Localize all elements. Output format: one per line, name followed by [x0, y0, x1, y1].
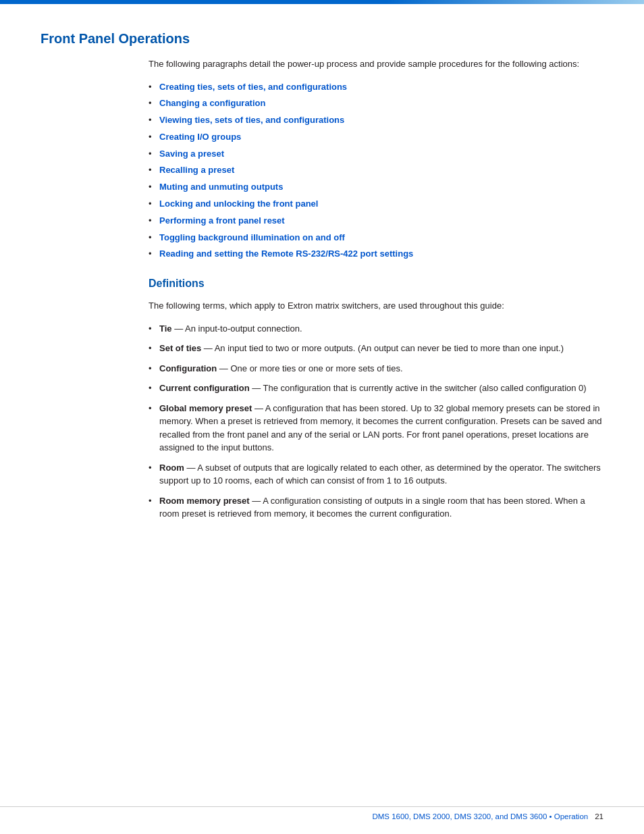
link-creating-ties[interactable]: Creating ties, sets of ties, and configu…: [159, 82, 347, 92]
def-item-set-of-ties: Set of ties — An input tied to two or mo…: [149, 342, 603, 355]
list-item[interactable]: Toggling background illumination on and …: [149, 231, 603, 245]
list-item[interactable]: Reading and setting the Remote RS-232/RS…: [149, 247, 603, 261]
link-muting[interactable]: Muting and unmuting outputs: [159, 182, 283, 192]
link-saving-preset[interactable]: Saving a preset: [159, 149, 224, 159]
link-creating-io[interactable]: Creating I/O groups: [159, 132, 241, 142]
link-changing-config[interactable]: Changing a configuration: [159, 98, 265, 108]
link-viewing-ties[interactable]: Viewing ties, sets of ties, and configur…: [159, 115, 344, 125]
bullet-link-list: Creating ties, sets of ties, and configu…: [149, 80, 603, 262]
def-item-room: Room — A subset of outputs that are logi…: [149, 461, 603, 488]
def-term-global-preset: Global memory preset: [159, 403, 252, 413]
def-term-set-of-ties: Set of ties: [159, 343, 201, 353]
link-reading-setting[interactable]: Reading and setting the Remote RS-232/RS…: [159, 249, 413, 259]
definitions-intro: The following terms, which apply to Extr…: [149, 299, 603, 313]
def-item-global-preset: Global memory preset — A configuration t…: [149, 402, 603, 454]
list-item[interactable]: Locking and unlocking the front panel: [149, 197, 603, 211]
def-item-room-preset: Room memory preset — A configuration con…: [149, 494, 603, 521]
def-text-tie: — An input-to-output connection.: [172, 323, 302, 334]
list-item[interactable]: Changing a configuration: [149, 97, 603, 111]
def-term-configuration: Configuration: [159, 363, 217, 373]
list-item[interactable]: Recalling a preset: [149, 163, 603, 178]
def-term-current-config: Current configuration: [159, 383, 250, 393]
list-item[interactable]: Creating ties, sets of ties, and configu…: [149, 80, 603, 95]
def-item-current-config: Current configuration — The configuratio…: [149, 382, 603, 395]
list-item[interactable]: Creating I/O groups: [149, 130, 603, 145]
definitions-list: Tie — An input-to-output connection. Set…: [149, 322, 603, 521]
list-item[interactable]: Saving a preset: [149, 147, 603, 161]
footer-label: DMS 1600, DMS 2000, DMS 3200, and DMS 36…: [372, 812, 588, 820]
footer-page-number: 21: [595, 812, 603, 820]
list-item[interactable]: Performing a front panel reset: [149, 214, 603, 228]
def-term-tie: Tie: [159, 323, 172, 334]
def-item-tie: Tie — An input-to-output connection.: [149, 322, 603, 336]
link-front-panel-reset[interactable]: Performing a front panel reset: [159, 215, 285, 226]
def-text-configuration: — One or more ties or one or more sets o…: [217, 363, 402, 373]
definitions-subtitle: Definitions: [149, 278, 603, 290]
def-text-room: — A subset of outputs that are logically…: [159, 463, 601, 486]
link-recalling-preset[interactable]: Recalling a preset: [159, 165, 234, 175]
page-footer: DMS 1600, DMS 2000, DMS 3200, and DMS 36…: [0, 806, 644, 820]
page-title: Front Panel Operations: [41, 31, 603, 47]
def-text-current-config: — The configuration that is currently ac…: [250, 383, 587, 393]
def-item-configuration: Configuration — One or more ties or one …: [149, 362, 603, 375]
link-locking[interactable]: Locking and unlocking the front panel: [159, 199, 318, 209]
def-term-room-preset: Room memory preset: [159, 496, 250, 506]
link-toggling[interactable]: Toggling background illumination on and …: [159, 232, 345, 242]
def-term-room: Room: [159, 463, 184, 473]
def-text-set-of-ties: — An input tied to two or more outputs. …: [201, 343, 564, 353]
list-item[interactable]: Muting and unmuting outputs: [149, 180, 603, 194]
intro-paragraph: The following paragraphs detail the powe…: [149, 57, 603, 71]
list-item[interactable]: Viewing ties, sets of ties, and configur…: [149, 113, 603, 128]
